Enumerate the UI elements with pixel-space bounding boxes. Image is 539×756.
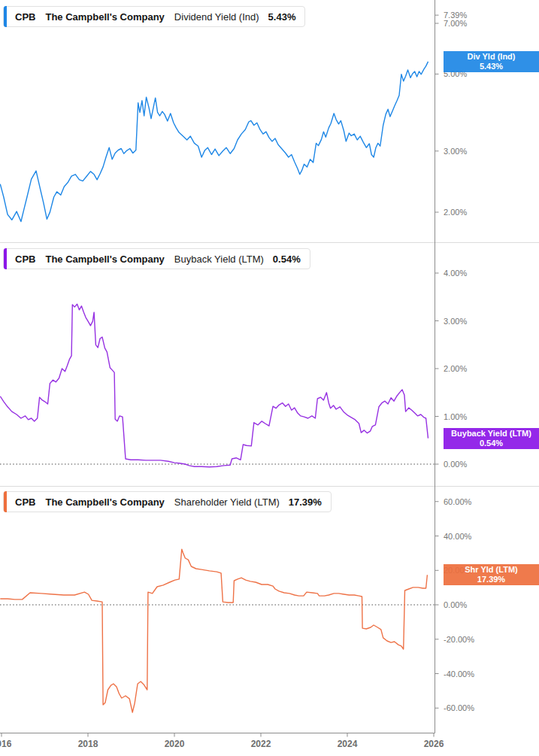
y-axis-tick-label: 60.00%	[444, 497, 471, 506]
axis-frame	[0, 0, 435, 733]
ticker-symbol: CPB	[15, 496, 35, 508]
panel-header-buyback-yield[interactable]: CPB The Campbell's Company Buyback Yield…	[3, 248, 310, 269]
series-color-bar-icon	[4, 248, 7, 269]
y-axis-tick-label: -60.00%	[444, 703, 474, 712]
flag-value: 17.39%	[444, 575, 539, 584]
last-value-flag-shareholder-yield: Shr Yld (LTM) 17.39%	[444, 564, 539, 585]
y-axis-tick-label: 4.00%	[444, 269, 467, 278]
y-axis-tick-label: 0.00%	[444, 460, 467, 469]
axis-ticks-layer	[2, 15, 439, 736]
y-axis-tick-label: 0.00%	[444, 600, 467, 609]
y-axis-tick-label: 7.00%	[444, 19, 467, 28]
y-axis-tick-label: 2.00%	[444, 208, 467, 217]
y-axis-tick-label: 3.00%	[444, 147, 467, 156]
x-axis-tick-label: 2018	[78, 739, 98, 749]
company-name: The Campbell's Company	[45, 11, 164, 23]
x-axis-tick-label: 2022	[251, 739, 271, 749]
flag-label: Shr Yld (LTM)	[444, 565, 539, 575]
x-axis-tick-label: 2026	[424, 739, 444, 749]
series-color-bar-icon	[4, 491, 7, 512]
metric-name: Dividend Yield (Ind)	[174, 11, 259, 23]
company-name: The Campbell's Company	[45, 496, 164, 508]
ticker-symbol: CPB	[15, 254, 35, 265]
series-layer	[0, 62, 428, 712]
metric-value: 17.39%	[289, 496, 322, 508]
multi-panel-chart-app: CPB The Campbell's Company Dividend Yiel…	[0, 0, 539, 756]
shareholder-yield-line[interactable]	[0, 549, 427, 712]
y-axis-tick-label: -20.00%	[444, 635, 474, 644]
last-value-flag-dividend-yield: Div Yld (Ind) 5.43%	[444, 51, 539, 72]
y-axis-tick-label: 2.00%	[444, 364, 467, 373]
metric-value: 0.54%	[273, 254, 301, 265]
flag-value: 5.43%	[444, 62, 539, 71]
panel-header-dividend-yield[interactable]: CPB The Campbell's Company Dividend Yiel…	[3, 6, 305, 27]
panel-header-shareholder-yield[interactable]: CPB The Campbell's Company Shareholder Y…	[3, 491, 332, 512]
dividend-yield-line[interactable]	[0, 62, 428, 222]
y-axis-tick-label: 1.00%	[444, 412, 467, 421]
metric-name: Buyback Yield (LTM)	[174, 254, 264, 265]
x-axis-tick-label: 2016	[0, 739, 11, 749]
series-color-bar-icon	[4, 6, 7, 27]
company-name: The Campbell's Company	[45, 254, 164, 265]
flag-label: Buyback Yield (LTM)	[444, 429, 539, 439]
last-value-flag-buyback-yield: Buyback Yield (LTM) 0.54%	[444, 428, 539, 449]
x-axis-tick-label: 2024	[338, 739, 358, 749]
metric-value: 5.43%	[268, 11, 296, 23]
flag-label: Div Yld (Ind)	[444, 52, 539, 62]
x-axis-tick-label: 2020	[165, 739, 185, 749]
buyback-yield-line[interactable]	[0, 304, 428, 467]
ticker-symbol: CPB	[15, 11, 35, 23]
y-axis-tick-label: 40.00%	[444, 532, 471, 541]
y-axis-tick-label: -40.00%	[444, 669, 474, 679]
flag-value: 0.54%	[444, 439, 539, 448]
metric-name: Shareholder Yield (LTM)	[174, 496, 280, 508]
y-axis-tick-label: 3.00%	[444, 317, 467, 326]
